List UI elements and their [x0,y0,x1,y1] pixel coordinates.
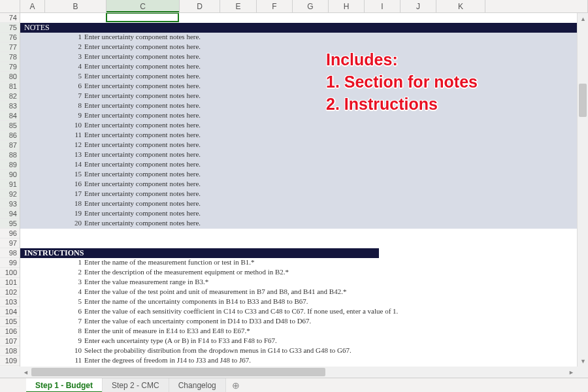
notes-row: 1Enter uncertainty component notes here. [20,33,577,42]
row-header-85[interactable]: 85 [0,121,20,131]
scroll-up-icon[interactable]: ▲ [578,13,588,24]
row-header-105[interactable]: 105 [0,317,20,327]
hscroll-track[interactable] [31,367,566,378]
instructions-row: 1Enter the name of the measurement funct… [20,258,577,268]
notes-item-number: 13 [20,150,84,160]
instructions-item-text: Enter each uncertainty type (A or B) in … [84,336,277,346]
row-header-110[interactable]: 110 [0,366,20,367]
row-header-75[interactable]: 75 [0,23,20,33]
notes-item-text[interactable]: Enter uncertainty component notes here. [84,209,201,219]
instructions-item-number: 5 [20,297,84,307]
row-header-103[interactable]: 103 [0,297,20,307]
notes-item-text[interactable]: Enter uncertainty component notes here. [84,82,201,91]
row-header-79[interactable]: 79 [0,62,20,72]
column-header-J[interactable]: J [400,0,436,12]
row-header-93[interactable]: 93 [0,199,20,209]
row-header-101[interactable]: 101 [0,278,20,287]
notes-item-text[interactable]: Enter uncertainty component notes here. [84,33,201,42]
column-header-G[interactable]: G [293,0,329,12]
row-header-109[interactable]: 109 [0,356,20,366]
row-header-84[interactable]: 84 [0,111,20,121]
row-header-74[interactable]: 74 [0,13,20,23]
notes-item-text[interactable]: Enter uncertainty component notes here. [84,219,201,229]
notes-item-text[interactable]: Enter uncertainty component notes here. [84,72,201,82]
notes-item-number: 10 [20,121,84,131]
row-header-83[interactable]: 83 [0,101,20,111]
row-header-95[interactable]: 95 [0,219,20,229]
sheet-tab[interactable]: Step 1 - Budget [26,378,103,393]
notes-item-number: 6 [20,82,84,91]
notes-item-text[interactable]: Enter uncertainty component notes here. [84,62,201,72]
sheet-tab[interactable]: Step 2 - CMC [103,378,169,393]
row-header-98[interactable]: 98 [0,248,20,258]
scroll-down-icon[interactable]: ▼ [578,355,588,367]
row-header-100[interactable]: 100 [0,268,20,278]
instructions-row: 9Enter each uncertainty type (A or B) in… [20,336,577,346]
notes-item-text[interactable]: Enter uncertainty component notes here. [84,180,201,189]
column-header-E[interactable]: E [220,0,257,12]
row-header-99[interactable]: 99 [0,258,20,268]
row-header-87[interactable]: 87 [0,140,20,150]
vscroll-thumb[interactable] [579,84,587,117]
notes-item-text[interactable]: Enter uncertainty component notes here. [84,91,201,101]
row-header-96[interactable]: 96 [0,229,20,238]
row-header-82[interactable]: 82 [0,91,20,101]
column-header-H[interactable]: H [329,0,365,12]
notes-row: 6Enter uncertainty component notes here. [20,82,577,91]
row-header-86[interactable]: 86 [0,131,20,140]
vertical-scrollbar[interactable]: ▲ ▼ [577,13,588,367]
column-header-D[interactable]: D [180,0,220,12]
column-header-F[interactable]: F [257,0,293,12]
row-header-88[interactable]: 88 [0,150,20,160]
row-header-90[interactable]: 90 [0,170,20,180]
row-header-78[interactable]: 78 [0,52,20,62]
row-header-107[interactable]: 107 [0,336,20,346]
row-header-104[interactable]: 104 [0,307,20,317]
vscroll-track[interactable] [578,24,588,355]
row-header-92[interactable]: 92 [0,189,20,199]
notes-item-text[interactable]: Enter uncertainty component notes here. [84,111,201,121]
row-header-102[interactable]: 102 [0,287,20,297]
notes-item-text[interactable]: Enter uncertainty component notes here. [84,131,201,140]
notes-item-text[interactable]: Enter uncertainty component notes here. [84,170,201,180]
notes-item-text[interactable]: Enter uncertainty component notes here. [84,140,201,150]
instructions-item-number: 9 [20,336,84,346]
column-header-B[interactable]: B [45,0,106,12]
row-header-80[interactable]: 80 [0,72,20,82]
notes-item-text[interactable]: Enter uncertainty component notes here. [84,121,201,131]
notes-item-text[interactable]: Enter uncertainty component notes here. [84,189,201,199]
row-header-77[interactable]: 77 [0,42,20,52]
row-header-76[interactable]: 76 [0,33,20,42]
notes-item-text[interactable]: Enter uncertainty component notes here. [84,42,201,52]
column-header-C[interactable]: C [106,0,180,12]
row-header-89[interactable]: 89 [0,160,20,170]
notes-item-text[interactable]: Enter uncertainty component notes here. [84,52,201,62]
worksheet-grid[interactable]: NOTES1Enter uncertainty component notes … [20,13,577,367]
row-header-97[interactable]: 97 [0,238,20,248]
row-header-81[interactable]: 81 [0,82,20,91]
select-all-cell[interactable] [0,0,20,12]
hscroll-thumb[interactable] [31,368,325,376]
notes-item-text[interactable]: Enter uncertainty component notes here. [84,160,201,170]
instructions-item-number: 7 [20,317,84,327]
notes-item-text[interactable]: Enter uncertainty component notes here. [84,199,201,209]
instructions-item-text: Select the probability distribution from… [84,346,351,356]
instructions-item-number: 3 [20,278,84,287]
instructions-item-text: Enter the value measurement range in B3.… [84,278,208,287]
add-sheet-button[interactable]: ⊕ [226,380,246,391]
column-header-A[interactable]: A [20,0,45,12]
scroll-left-icon[interactable]: ◄ [20,367,31,378]
scroll-right-icon[interactable]: ► [566,367,577,378]
horizontal-scrollbar[interactable]: ◄ ► [20,367,577,378]
column-header-K[interactable]: K [436,0,485,12]
row-header-108[interactable]: 108 [0,346,20,356]
instructions-item-text: Enter the value of the test point and un… [84,287,346,297]
column-header-I[interactable]: I [365,0,400,12]
notes-item-text[interactable]: Enter uncertainty component notes here. [84,101,201,111]
notes-row: 4Enter uncertainty component notes here. [20,62,577,72]
sheet-tab[interactable]: Changelog [169,378,226,393]
row-header-91[interactable]: 91 [0,180,20,189]
notes-item-text[interactable]: Enter uncertainty component notes here. [84,150,201,160]
row-header-94[interactable]: 94 [0,209,20,219]
row-header-106[interactable]: 106 [0,327,20,336]
